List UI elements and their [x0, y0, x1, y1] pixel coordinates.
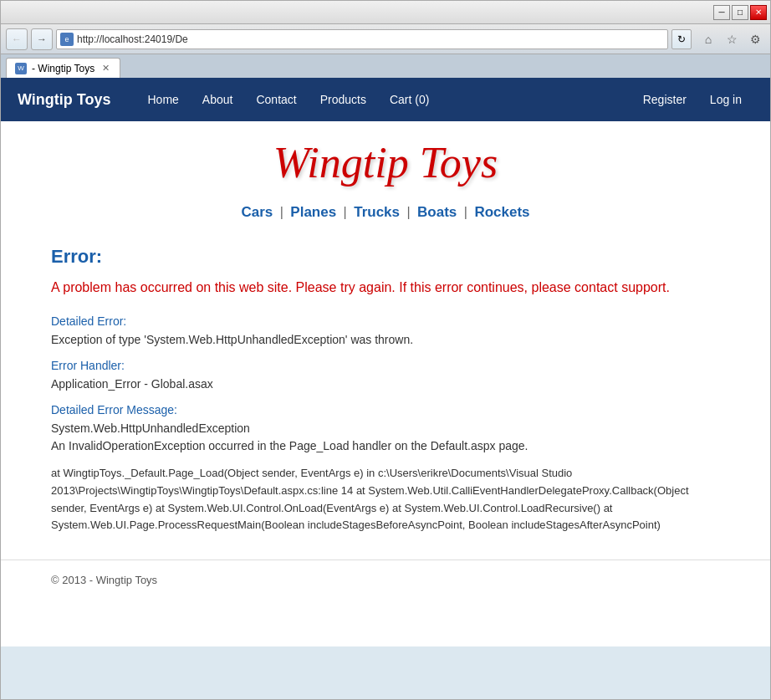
nav-links: Home About Contact Products Cart (0) — [136, 78, 631, 121]
category-planes[interactable]: Planes — [290, 204, 336, 220]
category-trucks[interactable]: Trucks — [354, 204, 400, 220]
detailed-message-content: System.Web.HttpUnhandledException An Inv… — [51, 420, 720, 455]
nav-home[interactable]: Home — [136, 78, 191, 121]
active-tab[interactable]: W - Wingtip Toys ✕ — [6, 58, 120, 78]
nav-register[interactable]: Register — [631, 78, 698, 121]
error-handler-value: Application_Error - Global.asax — [51, 376, 720, 393]
detailed-error-label: Detailed Error: — [51, 314, 720, 328]
page-content: Wingtip Toys Home About Contact Products… — [1, 78, 770, 646]
refresh-button[interactable]: ↻ — [671, 29, 692, 49]
address-text: http://localhost:24019/De — [77, 33, 188, 45]
address-favicon: e — [60, 33, 74, 46]
nav-about[interactable]: About — [191, 78, 245, 121]
error-section: Error: A problem has occurred on this we… — [51, 238, 720, 543]
browser-nav-bar: ← → e http://localhost:24019/De ↻ ⌂ ☆ ⚙ — [1, 24, 770, 54]
settings-icon[interactable]: ⚙ — [745, 29, 765, 49]
error-main-message: A problem has occurred on this web site.… — [51, 278, 720, 298]
back-button[interactable]: ← — [6, 28, 28, 50]
sep-2: | — [344, 205, 347, 219]
forward-button[interactable]: → — [31, 28, 53, 50]
window-controls: ─ □ ✕ — [713, 5, 767, 20]
nav-cart[interactable]: Cart (0) — [378, 78, 441, 121]
site-footer: © 2013 - Wingtip Toys — [1, 559, 770, 600]
nav-products[interactable]: Products — [309, 78, 378, 121]
nav-login[interactable]: Log in — [698, 78, 753, 121]
sep-1: | — [280, 205, 283, 219]
sep-4: | — [464, 205, 467, 219]
detailed-message-line2: An InvalidOperationException occurred in… — [51, 439, 528, 452]
detailed-message-line1: System.Web.HttpUnhandledException — [51, 422, 250, 435]
footer-text: © 2013 - Wingtip Toys — [51, 574, 157, 586]
tab-close-button[interactable]: ✕ — [100, 63, 111, 74]
category-links: Cars | Planes | Trucks | Boats | Rockets — [1, 196, 770, 238]
home-icon[interactable]: ⌂ — [698, 29, 718, 49]
detailed-error-value: Exception of type 'System.Web.HttpUnhand… — [51, 331, 720, 349]
main-content: Error: A problem has occurred on this we… — [1, 238, 770, 543]
category-boats[interactable]: Boats — [417, 204, 457, 220]
category-cars[interactable]: Cars — [241, 204, 273, 220]
category-rockets[interactable]: Rockets — [474, 204, 529, 220]
tab-favicon: W — [15, 63, 27, 74]
error-handler-label: Error Handler: — [51, 359, 720, 372]
nav-contact[interactable]: Contact — [244, 78, 308, 121]
error-heading: Error: — [51, 246, 720, 268]
address-bar[interactable]: e http://localhost:24019/De — [56, 29, 668, 49]
stack-trace: at WingtipToys._Default.Page_Load(Object… — [51, 465, 720, 534]
tab-bar: W - Wingtip Toys ✕ — [1, 54, 770, 78]
site-title: Wingtip Toys — [273, 139, 498, 186]
sep-3: | — [406, 205, 410, 219]
maximize-button[interactable]: □ — [732, 5, 748, 20]
site-title-area: Wingtip Toys — [1, 121, 770, 196]
minimize-button[interactable]: ─ — [713, 5, 730, 20]
browser-window: ─ □ ✕ ← → e http://localhost:24019/De ↻ … — [0, 0, 771, 700]
favorites-icon[interactable]: ☆ — [722, 29, 742, 49]
title-bar: ─ □ ✕ — [1, 1, 770, 24]
browser-nav-icons: ⌂ ☆ ⚙ — [698, 29, 765, 49]
detailed-message-label: Detailed Error Message: — [51, 403, 720, 416]
brand-link[interactable]: Wingtip Toys — [18, 91, 111, 109]
tab-title: - Wingtip Toys — [32, 63, 94, 74]
app-navbar: Wingtip Toys Home About Contact Products… — [1, 78, 770, 121]
nav-right: Register Log in — [631, 78, 753, 121]
close-button[interactable]: ✕ — [750, 5, 767, 20]
